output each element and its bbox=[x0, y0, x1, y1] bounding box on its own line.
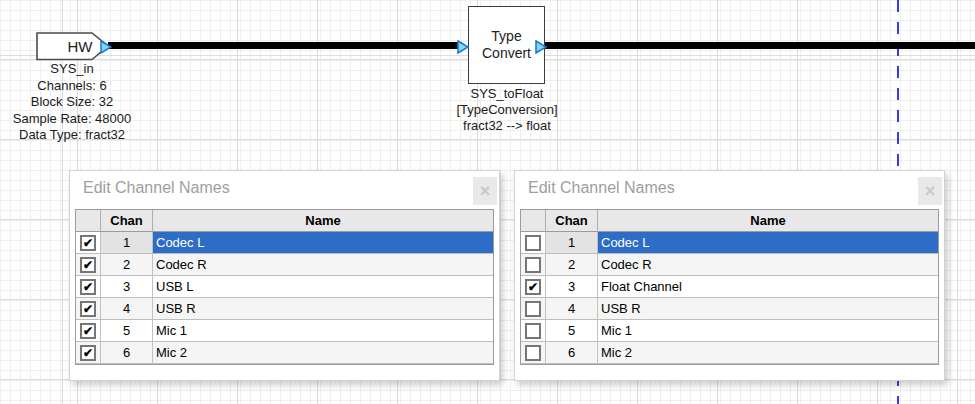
channel-number-cell[interactable]: 6 bbox=[546, 342, 598, 364]
close-icon[interactable]: × bbox=[918, 177, 942, 205]
type-convert-output-pin-icon[interactable] bbox=[535, 40, 547, 54]
channel-number-cell[interactable]: 1 bbox=[101, 232, 153, 254]
channel-checkbox-cell[interactable]: ✔ bbox=[76, 320, 101, 342]
type-convert-module-type: [TypeConversion] bbox=[456, 102, 557, 118]
channel-name-cell[interactable]: USB R bbox=[598, 298, 938, 320]
channel-checkbox-cell[interactable]: ✔ bbox=[76, 232, 101, 254]
type-convert-conversion: fract32 --> float bbox=[456, 118, 557, 134]
chan-column-header[interactable]: Chan bbox=[101, 210, 153, 232]
channel-checkbox-unchecked[interactable] bbox=[525, 235, 541, 251]
channel-checkbox-checked[interactable]: ✔ bbox=[80, 279, 96, 295]
channel-checkbox-checked[interactable]: ✔ bbox=[80, 345, 96, 361]
type-convert-block-label: Type Convert bbox=[482, 28, 531, 62]
channel-checkbox-checked[interactable]: ✔ bbox=[80, 235, 96, 251]
channel-name-cell[interactable]: Float Channel bbox=[598, 276, 938, 298]
channel-name-cell[interactable]: Mic 1 bbox=[598, 320, 938, 342]
channel-table: Chan Name 1Codec L2Codec R✔3Float Channe… bbox=[520, 209, 939, 365]
channel-checkbox-cell[interactable] bbox=[521, 320, 546, 342]
channel-checkbox-cell[interactable] bbox=[521, 254, 546, 276]
type-convert-block[interactable]: Type Convert bbox=[468, 6, 545, 84]
channel-name-cell[interactable]: Codec R bbox=[153, 254, 493, 276]
hw-block-size: Block Size: 32 bbox=[13, 94, 132, 111]
channel-checkbox-checked[interactable]: ✔ bbox=[80, 257, 96, 273]
chan-column-header[interactable]: Chan bbox=[546, 210, 598, 232]
channel-checkbox-unchecked[interactable] bbox=[525, 301, 541, 317]
channel-checkbox-cell[interactable] bbox=[521, 298, 546, 320]
hw-input-block[interactable]: HW bbox=[36, 32, 109, 60]
channel-checkbox-cell[interactable] bbox=[521, 232, 546, 254]
channel-number-cell[interactable]: 4 bbox=[546, 298, 598, 320]
channel-number-cell[interactable]: 1 bbox=[546, 232, 598, 254]
channel-checkbox-cell[interactable]: ✔ bbox=[76, 342, 101, 364]
channel-number-cell[interactable]: 3 bbox=[546, 276, 598, 298]
hw-block-info: SYS_in Channels: 6 Block Size: 32 Sample… bbox=[13, 61, 132, 144]
hw-output-pin-icon[interactable] bbox=[100, 40, 112, 54]
channel-name-cell[interactable]: USB R bbox=[153, 298, 493, 320]
channel-name-cell[interactable]: Mic 2 bbox=[153, 342, 493, 364]
hw-data-type: Data Type: fract32 bbox=[13, 127, 132, 144]
signal-wire-hw-to-convert[interactable] bbox=[108, 42, 462, 49]
channel-name-cell[interactable]: Codec L bbox=[598, 232, 938, 254]
name-column-header[interactable]: Name bbox=[598, 210, 938, 232]
channel-number-cell[interactable]: 2 bbox=[101, 254, 153, 276]
channel-number-cell[interactable]: 6 bbox=[101, 342, 153, 364]
name-column-header[interactable]: Name bbox=[153, 210, 493, 232]
channel-checkbox-cell[interactable]: ✔ bbox=[76, 276, 101, 298]
channel-number-cell[interactable]: 2 bbox=[546, 254, 598, 276]
dialog-title[interactable]: Edit Channel Names bbox=[528, 179, 675, 197]
type-convert-instance-name: SYS_toFloat bbox=[456, 86, 557, 102]
signal-wire-convert-out[interactable] bbox=[544, 42, 975, 49]
type-convert-input-pin-icon[interactable] bbox=[457, 40, 469, 54]
channel-name-cell[interactable]: USB L bbox=[153, 276, 493, 298]
channel-number-cell[interactable]: 5 bbox=[546, 320, 598, 342]
checkbox-column-header bbox=[76, 210, 101, 232]
type-convert-block-info: SYS_toFloat [TypeConversion] fract32 -->… bbox=[456, 86, 557, 134]
channel-checkbox-unchecked[interactable] bbox=[525, 323, 541, 339]
channel-name-cell[interactable]: Mic 1 bbox=[153, 320, 493, 342]
checkbox-column-header bbox=[521, 210, 546, 232]
channel-checkbox-cell[interactable]: ✔ bbox=[76, 254, 101, 276]
channel-number-cell[interactable]: 4 bbox=[101, 298, 153, 320]
hw-instance-name: SYS_in bbox=[13, 61, 132, 78]
channel-number-cell[interactable]: 5 bbox=[101, 320, 153, 342]
channel-checkbox-checked[interactable]: ✔ bbox=[525, 279, 541, 295]
edit-channel-names-dialog-1: Edit Channel Names × Chan Name ✔1Codec L… bbox=[69, 170, 500, 381]
channel-checkbox-cell[interactable] bbox=[521, 342, 546, 364]
channel-name-cell[interactable]: Codec R bbox=[598, 254, 938, 276]
hw-channels: Channels: 6 bbox=[13, 78, 132, 95]
hw-sample-rate: Sample Rate: 48000 bbox=[13, 111, 132, 128]
close-icon[interactable]: × bbox=[473, 177, 497, 205]
edit-channel-names-dialog-2: Edit Channel Names × Chan Name 1Codec L2… bbox=[514, 170, 945, 381]
channel-name-cell[interactable]: Codec L bbox=[153, 232, 493, 254]
channel-table: Chan Name ✔1Codec L✔2Codec R✔3USB L✔4USB… bbox=[75, 209, 494, 365]
channel-checkbox-checked[interactable]: ✔ bbox=[80, 301, 96, 317]
channel-checkbox-unchecked[interactable] bbox=[525, 345, 541, 361]
channel-checkbox-unchecked[interactable] bbox=[525, 257, 541, 273]
channel-checkbox-checked[interactable]: ✔ bbox=[80, 323, 96, 339]
channel-name-cell[interactable]: Mic 2 bbox=[598, 342, 938, 364]
dialog-title[interactable]: Edit Channel Names bbox=[83, 179, 230, 197]
channel-checkbox-cell[interactable]: ✔ bbox=[76, 298, 101, 320]
channel-number-cell[interactable]: 3 bbox=[101, 276, 153, 298]
channel-checkbox-cell[interactable]: ✔ bbox=[521, 276, 546, 298]
